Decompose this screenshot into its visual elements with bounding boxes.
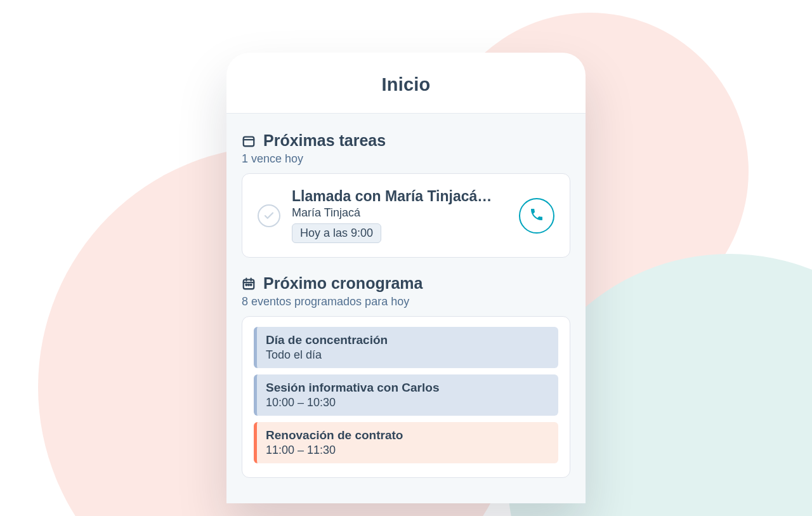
svg-rect-0 xyxy=(244,136,254,146)
app-body: Próximas tareas 1 vence hoy Llamada con … xyxy=(226,114,586,503)
event-time: 11:00 – 11:30 xyxy=(266,444,549,457)
calendar-icon xyxy=(242,277,256,291)
tasks-heading: Próximas tareas xyxy=(263,131,386,150)
task-content: Llamada con María Tinjacá… María Tinjacá… xyxy=(292,188,508,243)
page-title: Inicio xyxy=(226,74,586,95)
task-subtitle: María Tinjacá xyxy=(292,206,508,220)
schedule-card: Día de concentración Todo el día Sesión … xyxy=(242,316,570,478)
schedule-heading: Próximo cronograma xyxy=(263,274,422,293)
task-title: Llamada con María Tinjacá… xyxy=(292,188,508,205)
app-header: Inicio xyxy=(226,53,586,114)
task-checkbox[interactable] xyxy=(258,204,280,227)
schedule-event[interactable]: Día de concentración Todo el día xyxy=(254,327,558,368)
event-time: 10:00 – 10:30 xyxy=(266,396,549,409)
svg-point-6 xyxy=(246,284,247,285)
svg-point-7 xyxy=(248,284,249,285)
tasks-section-header: Próximas tareas xyxy=(242,131,570,150)
event-title: Renovación de contrato xyxy=(266,428,549,442)
task-card[interactable]: Llamada con María Tinjacá… María Tinjacá… xyxy=(242,173,570,258)
schedule-section-header: Próximo cronograma xyxy=(242,274,570,293)
event-title: Sesión informativa con Carlos xyxy=(266,381,549,395)
svg-point-8 xyxy=(251,284,252,285)
device-frame: Inicio Próximas tareas 1 vence hoy Llama… xyxy=(226,53,586,503)
today-icon xyxy=(242,134,256,148)
event-time: Todo el día xyxy=(266,348,549,362)
schedule-event[interactable]: Sesión informativa con Carlos 10:00 – 10… xyxy=(254,374,558,416)
schedule-subheading: 8 eventos programados para hoy xyxy=(242,295,570,308)
tasks-subheading: 1 vence hoy xyxy=(242,152,570,166)
task-time-badge: Hoy a las 9:00 xyxy=(292,223,381,243)
schedule-event[interactable]: Renovación de contrato 11:00 – 11:30 xyxy=(254,422,558,463)
phone-icon xyxy=(529,207,544,225)
call-button[interactable] xyxy=(519,198,554,234)
event-title: Día de concentración xyxy=(266,333,549,347)
